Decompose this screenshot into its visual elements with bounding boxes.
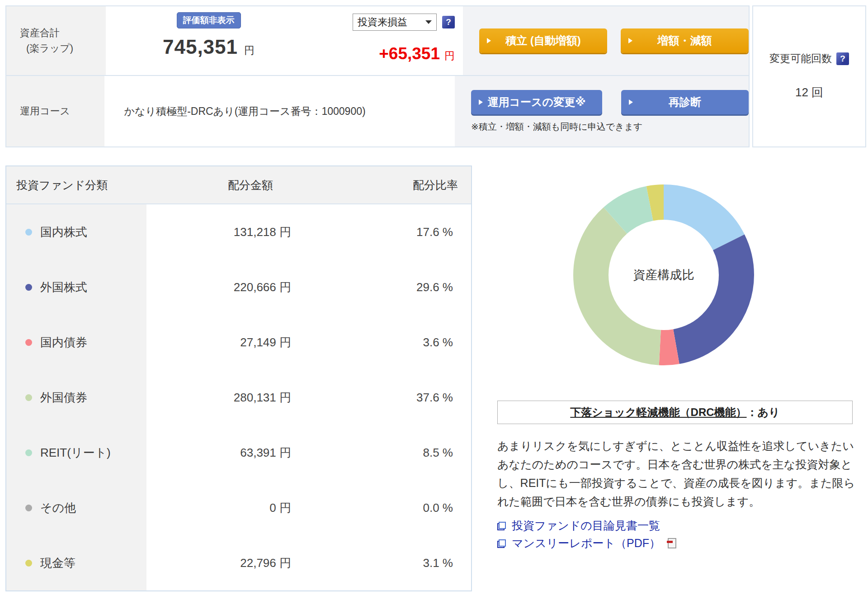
header-allocation-amount: 配分金額 bbox=[146, 178, 305, 193]
change-count-value: 12 回 bbox=[753, 85, 865, 100]
header-allocation-ratio: 配分比率 bbox=[305, 178, 471, 193]
asset-actions-zone: 積立 (自動増額) 増額・減額 bbox=[463, 6, 749, 75]
rediagnose-button[interactable]: 再診断 bbox=[621, 90, 749, 114]
total-amount-unit: 円 bbox=[244, 43, 255, 57]
allocation-table-header: 投資ファンド分類 配分金額 配分比率 bbox=[6, 166, 471, 204]
fund-category-cell: 国内債券 bbox=[6, 315, 146, 370]
hide-valuation-badge[interactable]: 評価額非表示 bbox=[177, 12, 241, 28]
arrow-right-icon bbox=[629, 99, 633, 105]
fund-category-cell: その他 bbox=[6, 480, 146, 535]
prospectus-link[interactable]: 投資ファンドの目論見書一覧 bbox=[512, 518, 660, 533]
allocation-amount-cell: 63,391 円 bbox=[146, 425, 305, 480]
table-row: REIT(リート) 63,391 円 8.5 % bbox=[6, 425, 471, 480]
profit-loss-select-value: 投資来損益 bbox=[358, 15, 407, 29]
pdf-file-icon bbox=[668, 538, 676, 548]
course-detail-panel: 資産構成比 下落ショック軽減機能（DRC機能） ：あり あまりリスクを気にしすぎ… bbox=[497, 165, 864, 591]
course-change-button-label: 運用コースの変更※ bbox=[487, 95, 585, 109]
document-links: 投資ファンドの目論見書一覧 マンスリーレポート（PDF） bbox=[497, 518, 864, 551]
zougaku-gengaku-button[interactable]: 増額・減額 bbox=[621, 28, 749, 53]
fund-category-label: 外国株式 bbox=[40, 279, 87, 295]
fund-category-cell: 国内株式 bbox=[6, 204, 146, 260]
category-color-dot bbox=[25, 394, 32, 401]
asset-total-values: 評価額非表示 745,351 円 投資来損益 ? bbox=[106, 6, 463, 75]
fund-category-cell: 外国株式 bbox=[6, 260, 146, 315]
course-row: 運用コース かなり積極型-DRCあり(運用コース番号：1000900) 運用コー… bbox=[6, 75, 749, 146]
chevron-down-icon bbox=[425, 20, 432, 24]
profit-loss-controls: 投資来損益 ? bbox=[353, 14, 455, 31]
window-link-icon bbox=[497, 521, 506, 530]
table-row: 外国株式 220,666 円 29.6 % bbox=[6, 260, 471, 315]
course-note: ※積立・増額・減額も同時に申込できます bbox=[471, 121, 643, 133]
course-value-text: かなり積極型-DRCあり(運用コース番号：1000900) bbox=[104, 104, 366, 118]
allocation-section: 投資ファンド分類 配分金額 配分比率 国内株式 131,218 円 17.6 %… bbox=[5, 165, 864, 591]
rediagnose-button-label: 再診断 bbox=[669, 95, 701, 109]
header-fund-category: 投資ファンド分類 bbox=[6, 178, 146, 193]
help-icon[interactable]: ? bbox=[836, 52, 849, 65]
monthly-report-link[interactable]: マンスリーレポート（PDF） bbox=[512, 536, 660, 551]
fund-category-label: REIT(リート) bbox=[40, 445, 111, 461]
arrow-right-icon bbox=[487, 38, 491, 43]
total-amount-line: 745,351 円 bbox=[163, 36, 255, 58]
asset-total-row: 資産合計 (楽ラップ) 評価額非表示 745,351 円 投資来損益 bbox=[6, 6, 749, 75]
allocation-ratio-cell: 37.6 % bbox=[305, 370, 471, 425]
table-row: その他 0 円 0.0 % bbox=[6, 480, 471, 535]
fund-category-cell: 現金等 bbox=[6, 535, 146, 590]
fund-category-cell: 外国債券 bbox=[6, 370, 146, 425]
monthly-report-link-row: マンスリーレポート（PDF） bbox=[497, 536, 864, 551]
course-buttons-row: 運用コースの変更※ 再診断 bbox=[471, 90, 749, 114]
table-row: 外国債券 280,131 円 37.6 % bbox=[6, 370, 471, 425]
allocation-amount-cell: 22,796 円 bbox=[146, 535, 305, 590]
fund-category-label: 国内株式 bbox=[40, 224, 87, 240]
allocation-ratio-cell: 29.6 % bbox=[305, 260, 471, 315]
allocation-ratio-cell: 3.1 % bbox=[305, 535, 471, 590]
summary-section: 資産合計 (楽ラップ) 評価額非表示 745,351 円 投資来損益 bbox=[5, 5, 866, 147]
arrow-right-icon bbox=[479, 99, 483, 105]
help-icon[interactable]: ? bbox=[442, 16, 455, 28]
asset-summary-box: 資産合計 (楽ラップ) 評価額非表示 745,351 円 投資来損益 bbox=[5, 5, 750, 147]
category-color-dot bbox=[25, 229, 32, 236]
category-color-dot bbox=[25, 339, 32, 346]
allocation-table-body: 国内株式 131,218 円 17.6 % 外国株式 220,666 円 29.… bbox=[6, 204, 471, 590]
asset-allocation-donut-chart: 資産構成比 bbox=[573, 184, 754, 365]
allocation-ratio-cell: 0.0 % bbox=[305, 480, 471, 535]
table-row: 国内株式 131,218 円 17.6 % bbox=[6, 204, 471, 260]
profit-loss-value: +65,351 bbox=[379, 44, 440, 63]
course-value-cell: かなり積極型-DRCあり(運用コース番号：1000900) bbox=[104, 76, 455, 146]
fund-category-label: 外国債券 bbox=[40, 390, 87, 406]
zougaku-gengaku-button-label: 増額・減額 bbox=[658, 33, 712, 48]
allocation-amount-cell: 280,131 円 bbox=[146, 370, 305, 425]
total-amount-block: 評価額非表示 745,351 円 bbox=[106, 6, 311, 75]
fund-category-label: その他 bbox=[40, 500, 76, 516]
asset-total-label-line2: (楽ラップ) bbox=[20, 41, 106, 56]
change-count-label: 変更可能回数 bbox=[769, 52, 832, 66]
tsumitate-button-label: 積立 (自動増額) bbox=[505, 33, 581, 48]
allocation-ratio-cell: 8.5 % bbox=[305, 425, 471, 480]
allocation-ratio-cell: 17.6 % bbox=[305, 204, 471, 260]
drc-feature-status: ：あり bbox=[747, 405, 780, 420]
allocation-table: 投資ファンド分類 配分金額 配分比率 国内株式 131,218 円 17.6 %… bbox=[5, 165, 472, 591]
category-color-dot bbox=[25, 560, 32, 567]
donut-center-label: 資産構成比 bbox=[573, 184, 754, 365]
fund-category-label: 国内債券 bbox=[40, 335, 87, 350]
allocation-amount-cell: 220,666 円 bbox=[146, 260, 305, 315]
profit-loss-select[interactable]: 投資来損益 bbox=[353, 14, 437, 31]
profit-loss-block: 投資来損益 ? +65,351 円 bbox=[311, 6, 463, 75]
arrow-right-icon bbox=[628, 38, 632, 43]
drc-feature-link[interactable]: 下落ショック軽減機能（DRC機能） bbox=[570, 405, 746, 420]
category-color-dot bbox=[25, 449, 32, 456]
drc-feature-box: 下落ショック軽減機能（DRC機能） ：あり bbox=[497, 401, 853, 424]
window-link-icon bbox=[497, 539, 506, 548]
asset-total-label-line1: 資産合計 bbox=[20, 25, 106, 41]
profit-loss-unit: 円 bbox=[444, 49, 455, 63]
course-change-button[interactable]: 運用コースの変更※ bbox=[471, 90, 602, 114]
allocation-amount-cell: 27,149 円 bbox=[146, 315, 305, 370]
tsumitate-button[interactable]: 積立 (自動増額) bbox=[479, 28, 607, 53]
table-row: 現金等 22,796 円 3.1 % bbox=[6, 535, 471, 590]
change-count-box: 変更可能回数 ? 12 回 bbox=[752, 5, 866, 147]
category-color-dot bbox=[25, 505, 32, 511]
course-label: 運用コース bbox=[6, 76, 104, 146]
course-label-text: 運用コース bbox=[20, 104, 104, 119]
course-description: あまりリスクを気にしすぎずに、とことん収益性を追求していきたいあなたのためのコー… bbox=[497, 437, 864, 511]
total-amount-value: 745,351 bbox=[163, 36, 238, 58]
course-actions-zone: 運用コースの変更※ 再診断 ※積立・増額・減額も同時に申込できます bbox=[455, 76, 749, 146]
